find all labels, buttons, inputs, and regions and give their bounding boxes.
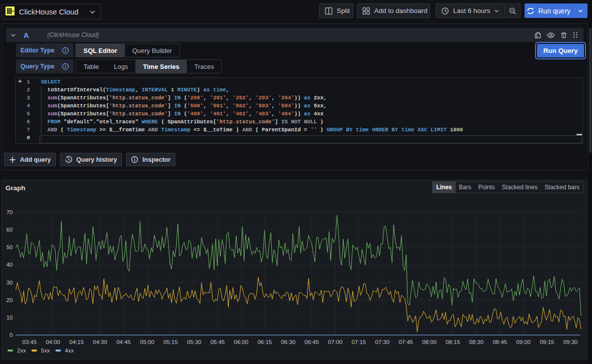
svg-text:08:30: 08:30 — [469, 339, 484, 345]
svg-text:05:45: 05:45 — [210, 339, 225, 345]
svg-text:05:30: 05:30 — [187, 339, 201, 345]
svg-text:07:30: 07:30 — [375, 339, 390, 345]
svg-text:08:45: 08:45 — [493, 339, 507, 345]
svg-text:30: 30 — [6, 280, 13, 286]
svg-text:06:15: 06:15 — [257, 339, 272, 345]
svg-text:70: 70 — [6, 209, 13, 215]
svg-text:03:45: 03:45 — [22, 339, 37, 345]
svg-text:04:45: 04:45 — [116, 339, 131, 345]
svg-text:60: 60 — [6, 227, 13, 233]
svg-text:20: 20 — [6, 297, 13, 303]
svg-text:40: 40 — [6, 262, 13, 268]
svg-text:06:45: 06:45 — [305, 339, 319, 345]
svg-text:07:15: 07:15 — [352, 339, 366, 345]
svg-text:05:15: 05:15 — [163, 339, 178, 345]
svg-text:09:30: 09:30 — [563, 339, 578, 345]
svg-text:10: 10 — [6, 315, 13, 321]
svg-text:50: 50 — [6, 244, 13, 250]
svg-text:08:00: 08:00 — [422, 339, 437, 345]
svg-text:06:30: 06:30 — [281, 339, 296, 345]
svg-text:04:15: 04:15 — [69, 339, 84, 345]
svg-text:04:00: 04:00 — [46, 339, 60, 345]
svg-text:0: 0 — [9, 332, 12, 338]
svg-text:06:00: 06:00 — [234, 339, 248, 345]
svg-text:07:00: 07:00 — [328, 339, 343, 345]
svg-text:05:00: 05:00 — [140, 339, 154, 345]
svg-text:08:15: 08:15 — [446, 339, 460, 345]
svg-text:04:30: 04:30 — [93, 339, 107, 345]
svg-text:09:15: 09:15 — [540, 339, 554, 345]
svg-text:09:00: 09:00 — [516, 339, 531, 345]
svg-text:07:45: 07:45 — [399, 339, 413, 345]
